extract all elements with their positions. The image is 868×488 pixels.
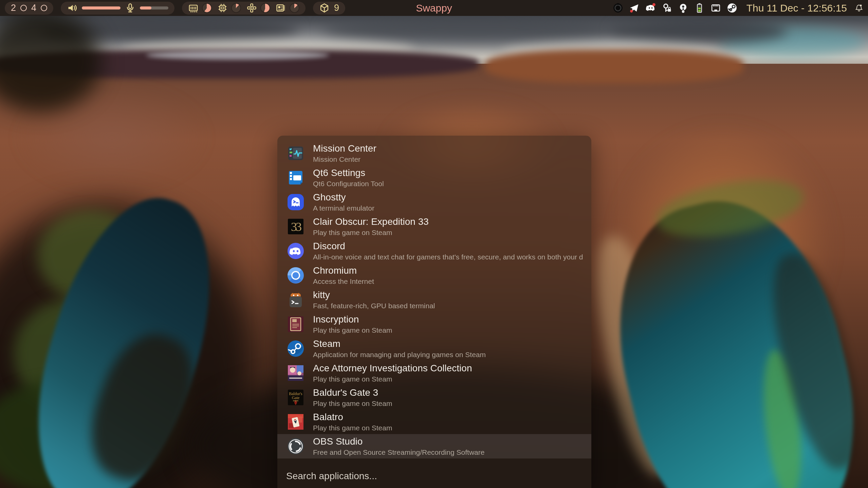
launcher-item[interactable]: Qt6 Settings Qt6 Configuration Tool (277, 165, 591, 190)
app-title: Baldur's Gate 3 (313, 387, 392, 398)
app-text: Steam Application for managing and playi… (313, 338, 486, 359)
battery-icon[interactable] (694, 3, 705, 13)
kitty-icon (286, 290, 305, 309)
app-description: A terminal emulator (313, 204, 374, 212)
app-text: Ghostty A terminal emulator (313, 192, 374, 212)
chromium-icon (286, 266, 305, 285)
audio-pill (61, 2, 174, 15)
app-title: Balatro (313, 412, 392, 422)
package-icon (319, 3, 330, 13)
svg-text:33: 33 (291, 220, 301, 234)
app-text: kitty Fast, feature-rich, GPU based term… (313, 290, 435, 310)
launcher-item[interactable]: Baldur'sGate Baldur's Gate 3 Play this g… (277, 385, 591, 410)
workspace-indicator[interactable]: 24 (5, 2, 53, 15)
inscryption-icon (286, 315, 305, 334)
gpu-usage-pie (260, 3, 270, 13)
app-description: Mission Center (313, 155, 376, 163)
ram-meter[interactable] (188, 3, 212, 13)
mic-slider[interactable] (140, 6, 168, 9)
app-text: Discord All-in-one voice and text chat f… (313, 241, 583, 261)
ace-attorney-icon (286, 364, 305, 383)
launcher-item[interactable]: Steam Application for managing and playi… (277, 336, 591, 361)
app-text: Ace Attorney Investigations Collection P… (313, 363, 472, 383)
launcher-item[interactable]: 33 Clair Obscur: Expedition 33 Play this… (277, 214, 591, 239)
launcher-item[interactable]: Inscryption Play this game on Steam (277, 312, 591, 336)
launcher-item[interactable]: Chromium Access the Internet (277, 263, 591, 288)
workspace-empty-dot[interactable] (41, 5, 47, 11)
system-monitor-pill[interactable] (182, 2, 306, 15)
app-text: Inscryption Play this game on Steam (313, 314, 392, 334)
wallpaper-mesa (485, 50, 743, 83)
app-title: OBS Studio (313, 436, 484, 447)
steam-icon (286, 339, 305, 358)
app-text: Clair Obscur: Expedition 33 Play this ga… (313, 216, 429, 237)
top-bar-left: 24 9 (5, 2, 345, 15)
cpu-icon (217, 3, 228, 13)
app-list: Mission Center Mission Center Qt6 Settin… (277, 141, 591, 458)
network-icon[interactable] (710, 3, 721, 13)
app-description: Play this game on Steam (313, 375, 472, 383)
svg-text:Gate: Gate (292, 395, 300, 400)
launcher-item[interactable]: Ace Attorney Investigations Collection P… (277, 361, 591, 385)
ghostty-icon (286, 193, 305, 212)
ram-icon (188, 3, 199, 13)
top-bar: 24 9 Swappy Thu 11 Dec - 12:56:15 (0, 0, 868, 16)
app-title: Clair Obscur: Expedition 33 (313, 216, 429, 227)
steam-tray-icon[interactable] (727, 3, 737, 13)
app-text: Baldur's Gate 3 Play this game on Steam (313, 387, 392, 408)
bell-icon[interactable] (855, 4, 863, 12)
workspace-4[interactable]: 4 (31, 3, 36, 13)
discord-tray-icon[interactable] (645, 3, 656, 13)
wallpaper-cloud (611, 19, 788, 43)
launcher-item[interactable]: OBS Studio Free and Open Source Streamin… (277, 434, 591, 458)
steelseries-icon[interactable] (613, 3, 623, 13)
app-description: All-in-one voice and text chat for gamer… (313, 253, 583, 261)
updates-pill[interactable]: 9 (313, 2, 345, 15)
app-text: OBS Studio Free and Open Source Streamin… (313, 436, 484, 456)
ram-usage-pie (202, 3, 212, 13)
keyring-icon[interactable] (678, 3, 688, 13)
microphone-icon[interactable] (125, 3, 135, 13)
telegram-icon[interactable] (629, 3, 640, 13)
wallpaper-ridge-snow (146, 51, 329, 60)
app-title: Discord (313, 241, 583, 251)
app-text: Mission Center Mission Center (313, 143, 376, 163)
clair-obscur-icon: 33 (286, 217, 305, 236)
app-description: Access the Internet (313, 277, 374, 286)
app-title: kitty (313, 290, 435, 300)
launcher-item[interactable]: Discord All-in-one voice and text chat f… (277, 239, 591, 263)
vram-meter[interactable] (276, 3, 299, 13)
launcher-item[interactable]: kitty Fast, feature-rich, GPU based term… (277, 288, 591, 312)
updates-count: 9 (334, 3, 339, 13)
volume-slider[interactable] (82, 6, 121, 9)
launcher-item[interactable]: Balatro Play this game on Steam (277, 410, 591, 434)
app-description: Fast, feature-rich, GPU based terminal (313, 302, 435, 310)
app-description: Play this game on Steam (313, 424, 392, 432)
launcher-item[interactable]: Ghostty A terminal emulator (277, 190, 591, 214)
cpu-usage-pie (231, 3, 241, 13)
app-text: Balatro Play this game on Steam (313, 412, 392, 432)
keepassxc-icon[interactable] (662, 3, 672, 13)
app-text: Qt6 Settings Qt6 Configuration Tool (313, 168, 384, 188)
clock[interactable]: Thu 11 Dec - 12:56:15 (746, 2, 847, 14)
search-input[interactable]: Search applications... (277, 458, 591, 482)
app-title: Chromium (313, 265, 374, 276)
vram-usage-pie (290, 3, 299, 13)
app-launcher: Mission Center Mission Center Qt6 Settin… (277, 136, 591, 488)
mission-center-icon (286, 144, 305, 163)
workspace-empty-dot[interactable] (20, 5, 27, 11)
app-title: Steam (313, 338, 486, 349)
app-title: Ace Attorney Investigations Collection (313, 363, 472, 373)
gpu-icon (246, 3, 257, 13)
cpu-meter[interactable] (217, 3, 241, 13)
discord-icon (286, 241, 305, 260)
app-description: Play this game on Steam (313, 326, 392, 334)
app-description: Play this game on Steam (313, 229, 429, 237)
wallpaper-cloud (322, 15, 628, 44)
workspace-2[interactable]: 2 (11, 3, 16, 13)
gpu-meter[interactable] (246, 3, 270, 13)
app-title: Inscryption (313, 314, 392, 325)
launcher-item[interactable]: Mission Center Mission Center (277, 141, 591, 165)
app-description: Qt6 Configuration Tool (313, 180, 384, 188)
speaker-icon[interactable] (67, 3, 77, 13)
